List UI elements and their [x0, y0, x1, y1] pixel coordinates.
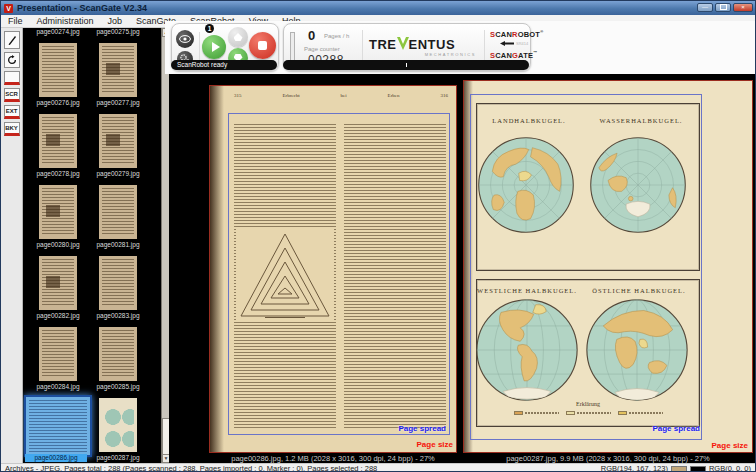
- running-head: bei: [341, 93, 347, 98]
- start-scan-button[interactable]: [202, 35, 226, 59]
- page-size-label-right[interactable]: Page size: [712, 441, 748, 450]
- queue-count-badge: 1: [205, 24, 214, 33]
- thumbnail-label[interactable]: page00275.jpg: [87, 28, 149, 36]
- stop-button[interactable]: [249, 32, 276, 59]
- scanrobot-model: SR414: [500, 41, 528, 46]
- scangate-logo: SCANGATE™: [490, 50, 537, 60]
- rgb-right-value: RGB(0, 0, 0): [709, 464, 751, 472]
- map-title-east: ÖSTLICHE HALBKUGEL.: [574, 287, 704, 294]
- marker-tool-button[interactable]: [4, 71, 20, 85]
- scr-tool-button[interactable]: SCR: [4, 88, 20, 102]
- legend-swatch: [566, 411, 575, 415]
- control-strip: 1 ScanRobot ready 0 Pages / h Page count…: [165, 21, 756, 74]
- map-title-land: LANDHALBKUGEL.: [464, 117, 594, 124]
- page-image-left[interactable]: 315 Erbrecht bei Erben 316: [209, 85, 457, 453]
- mechatronics-label: MECHATRONICS: [404, 52, 476, 57]
- thumbnail-page00278.jpg[interactable]: [39, 114, 77, 168]
- thumbnail-label[interactable]: page00287.jpg: [87, 454, 149, 462]
- thumbnail-page00286.jpg[interactable]: [24, 395, 92, 457]
- thumbnail-page00281.jpg[interactable]: [99, 185, 137, 239]
- thumbnail-page00283.jpg[interactable]: [99, 256, 137, 310]
- thumbnail-label[interactable]: page00283.jpg: [87, 312, 149, 320]
- legend-row: [476, 411, 700, 415]
- stop-icon: [258, 41, 267, 50]
- page-viewer: 315 Erbrecht bei Erben 316: [169, 74, 756, 463]
- page-image-right[interactable]: LANDHALBKUGEL. WASSERHALBKUGEL.: [463, 80, 753, 453]
- thumbnail-page00282.jpg[interactable]: [39, 256, 77, 310]
- rotate-icon: [7, 55, 17, 65]
- bky-tool-button[interactable]: BKY: [4, 122, 20, 136]
- scroll-down-icon[interactable]: ▼: [162, 454, 169, 463]
- maximize-button[interactable]: [715, 3, 731, 12]
- thumbnail-label[interactable]: page00286.jpg: [25, 454, 87, 462]
- eye-icon: [179, 35, 191, 43]
- hemisphere-map-east: [584, 297, 690, 403]
- page-counter-label: Page counter: [304, 46, 340, 52]
- thumbnail-page00276.jpg[interactable]: [39, 43, 77, 97]
- running-head: 315: [234, 93, 242, 98]
- pen-tool-button[interactable]: [4, 31, 20, 49]
- move-up-button[interactable]: [228, 27, 248, 47]
- thumbnail-page00285.jpg[interactable]: [99, 327, 137, 381]
- rgb-right-swatch: [690, 466, 706, 472]
- page-spread-label-right[interactable]: Page spread: [652, 424, 700, 433]
- menu-administration[interactable]: Administration: [30, 15, 101, 28]
- thumbnail-page00280.jpg[interactable]: [39, 185, 77, 239]
- pen-icon: [7, 34, 17, 46]
- ext-tool-button[interactable]: EXT: [4, 105, 20, 119]
- thumbnail-label[interactable]: page00277.jpg: [87, 99, 149, 107]
- minimize-button[interactable]: —: [697, 3, 713, 12]
- legend-item: [566, 411, 611, 415]
- thumbnail-label[interactable]: page00276.jpg: [27, 99, 89, 107]
- treventus-logo: TRE ENTUS: [369, 37, 455, 52]
- status-bar: Archives - JPEG, Pages total : 288 (Page…: [1, 463, 756, 472]
- pages-per-hour-label: Pages / h: [324, 33, 349, 39]
- pages-per-hour-value: 0: [308, 28, 315, 43]
- tool-column: SCR EXT BKY: [1, 28, 23, 463]
- map-title-west: WESTLICHE HALBKUGEL.: [462, 287, 592, 294]
- page-info-left: page00286.jpg, 1.2 MB (2028 x 3016, 300 …: [209, 454, 457, 463]
- text-column: [344, 124, 446, 430]
- arrow-up-icon: [234, 33, 243, 41]
- view-button[interactable]: [176, 30, 194, 48]
- page-info-right: page00287.jpg, 9.9 MB (2028 x 3016, 300 …: [463, 454, 753, 463]
- hemisphere-map-west: [474, 297, 580, 403]
- thumbnail-page00277.jpg[interactable]: [99, 43, 137, 97]
- thumbnail-label[interactable]: page00282.jpg: [27, 312, 89, 320]
- thumbnail-label[interactable]: page00274.jpg: [27, 28, 89, 36]
- thumbnail-panel: page00274.jpgpage00275.jpgpage00276.jpgp…: [23, 28, 169, 463]
- legend-swatch: [618, 411, 627, 415]
- page-spread-label-left[interactable]: Page spread: [398, 424, 446, 433]
- thumbnail-label[interactable]: page00284.jpg: [27, 383, 89, 391]
- running-head: Erbrecht: [282, 93, 299, 98]
- thumbnail-scrollbar[interactable]: ▲ ▼: [161, 28, 169, 463]
- menu-job[interactable]: Job: [101, 15, 130, 28]
- triangle-figure: [236, 228, 334, 322]
- running-head: 316: [440, 93, 448, 98]
- thumbnail-label[interactable]: page00278.jpg: [27, 170, 89, 178]
- rgb-left-swatch: [671, 466, 687, 472]
- legend-item: [618, 411, 663, 415]
- legend-title: Erklärung: [476, 401, 700, 407]
- hemisphere-map-water: [588, 135, 688, 235]
- rotate-tool-button[interactable]: [4, 52, 20, 68]
- thumbnail-page00279.jpg[interactable]: [99, 114, 137, 168]
- status-text: Archives - JPEG, Pages total : 288 (Page…: [1, 464, 601, 472]
- treventus-v-icon: [397, 37, 409, 50]
- thumbnail-label[interactable]: page00280.jpg: [27, 241, 89, 249]
- thumbnail-label[interactable]: page00279.jpg: [87, 170, 149, 178]
- double-arrow-icon: [500, 41, 514, 46]
- menu-file[interactable]: File: [1, 15, 30, 28]
- rgb-readout: RGB(194, 167, 123) RGB(0, 0, 0): [601, 464, 756, 472]
- thumbnail-label[interactable]: page00281.jpg: [87, 241, 149, 249]
- mini-slider[interactable]: [290, 32, 295, 62]
- thumbnail-page00287.jpg[interactable]: [99, 398, 137, 452]
- scangate-window: V Presentation - ScanGate V2.34 — × File…: [0, 0, 756, 472]
- thumbnail-label[interactable]: page00285.jpg: [87, 383, 149, 391]
- page-size-label-left[interactable]: Page size: [417, 440, 453, 449]
- legend-item: [514, 411, 559, 415]
- thumbnail-page00284.jpg[interactable]: [39, 327, 77, 381]
- close-button[interactable]: ×: [733, 3, 753, 12]
- legend-swatch: [514, 411, 523, 415]
- map-title-water: WASSERHALBKUGEL.: [576, 117, 706, 124]
